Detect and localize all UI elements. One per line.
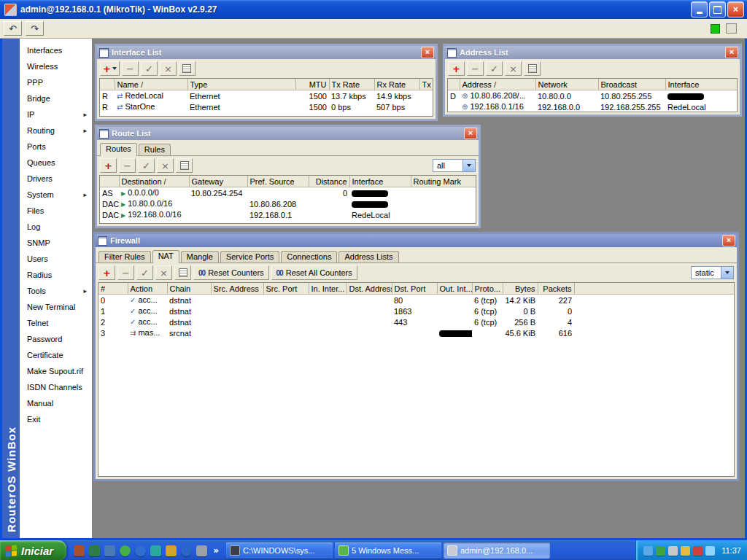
- quicklaunch-icon-7[interactable]: [166, 545, 177, 556]
- sidebar-item-ppp[interactable]: PPP: [20, 74, 92, 90]
- close-icon[interactable]: ×: [464, 128, 477, 139]
- column-header-src-port[interactable]: Src. Port: [263, 283, 309, 295]
- comment-button[interactable]: [174, 265, 191, 280]
- column-header-packets[interactable]: Packets: [538, 283, 574, 295]
- table-row[interactable]: 192.168.0.1/16192.168.0.0192.168.255.255…: [448, 101, 737, 112]
- redo-button[interactable]: ↷: [26, 21, 44, 36]
- sidebar-item-manual[interactable]: Manual: [20, 395, 92, 411]
- column-header-routing-mark[interactable]: Routing Mark: [411, 176, 476, 187]
- table-row[interactable]: RRedeLocalEthernet150013.7 kbps14.9 kbps: [100, 90, 433, 102]
- quicklaunch-icon-1[interactable]: [74, 545, 85, 556]
- column-header-mtu[interactable]: MTU: [295, 79, 329, 90]
- tab-routes[interactable]: Routes: [100, 143, 137, 156]
- remove-button[interactable]: −: [467, 61, 484, 76]
- disable-button[interactable]: ×: [160, 61, 177, 76]
- remove-button[interactable]: −: [122, 61, 139, 76]
- column-header-src-address[interactable]: Src. Address: [211, 283, 263, 295]
- disable-button[interactable]: ×: [505, 61, 522, 76]
- sidebar-item-ports[interactable]: Ports: [20, 139, 92, 155]
- undo-button[interactable]: ↶: [4, 21, 22, 36]
- column-header-name[interactable]: Name: [115, 79, 187, 90]
- comment-button[interactable]: [176, 158, 193, 173]
- quicklaunch-icon-8[interactable]: [181, 545, 192, 556]
- sidebar-item-bridge[interactable]: Bridge: [20, 90, 92, 106]
- add-button[interactable]: +: [98, 265, 115, 280]
- sidebar-item-snmp[interactable]: SNMP: [20, 235, 92, 251]
- close-icon[interactable]: ×: [725, 47, 738, 58]
- sidebar-item-make-supout-rif[interactable]: Make Supout.rif: [20, 363, 92, 379]
- table-row[interactable]: DAC192.168.0.0/16192.168.0.1RedeLocal: [100, 209, 476, 220]
- quicklaunch-icon-4[interactable]: [120, 545, 131, 556]
- column-header-dst-address[interactable]: Dst. Address: [347, 283, 392, 295]
- table-row[interactable]: 1acc...dstnat18636 (tcp)0 B0: [98, 306, 734, 316]
- tab-address-lists[interactable]: Address Lists: [338, 251, 398, 262]
- column-header-tx-rate[interactable]: Tx Rate: [329, 79, 374, 90]
- sidebar-item-certificate[interactable]: Certificate: [20, 347, 92, 363]
- quicklaunch-icon-9[interactable]: [196, 545, 207, 556]
- column-header-action[interactable]: Action: [128, 283, 167, 295]
- quicklaunch-overflow-chevron[interactable]: »: [213, 545, 219, 556]
- nat-filter-dropdown[interactable]: static: [691, 266, 734, 279]
- route-list-titlebar[interactable]: Route List ×: [97, 127, 479, 140]
- sidebar-item-interfaces[interactable]: Interfaces: [20, 42, 92, 58]
- quicklaunch-icon-6[interactable]: [150, 545, 161, 556]
- column-header-destination[interactable]: Destination: [119, 176, 189, 187]
- column-header-out-int[interactable]: Out. Int...: [437, 283, 472, 295]
- add-button[interactable]: +: [448, 61, 465, 76]
- tab-service-ports[interactable]: Service Ports: [220, 251, 279, 262]
- comment-button[interactable]: [179, 61, 196, 76]
- column-header-pref-source[interactable]: Pref. Source: [247, 176, 309, 187]
- sidebar-item-system[interactable]: System▸: [20, 187, 92, 203]
- column-header-in-inter[interactable]: In. Inter...: [309, 283, 347, 295]
- column-header-dst-port[interactable]: Dst. Port: [392, 283, 437, 295]
- tray-icon-4[interactable]: [681, 546, 690, 556]
- firewall-titlebar[interactable]: Firewall ×: [96, 234, 737, 247]
- add-button[interactable]: +: [100, 158, 117, 173]
- sidebar-item-telnet[interactable]: Telnet: [20, 315, 92, 331]
- quicklaunch-icon-3[interactable]: [104, 545, 115, 556]
- tab-filter-rules[interactable]: Filter Rules: [98, 251, 151, 262]
- taskbar-task-button[interactable]: admin@192.168.0...: [444, 542, 550, 559]
- column-header-tx-p[interactable]: Tx P: [419, 79, 433, 90]
- interface-list-titlebar[interactable]: Interface List ×: [97, 46, 436, 59]
- start-button[interactable]: Iniciar: [0, 540, 66, 560]
- sidebar-item-wireless[interactable]: Wireless: [20, 58, 92, 74]
- comment-button[interactable]: [524, 61, 541, 76]
- tray-icon-1[interactable]: [643, 546, 653, 556]
- close-icon[interactable]: ×: [722, 235, 735, 246]
- disable-button[interactable]: ×: [155, 265, 172, 280]
- close-icon[interactable]: ×: [421, 47, 434, 58]
- add-button[interactable]: +: [100, 61, 120, 76]
- column-header-interface[interactable]: Interface: [349, 176, 411, 187]
- enable-button[interactable]: ✓: [141, 61, 158, 76]
- column-header-blank[interactable]: #: [98, 283, 128, 295]
- tray-icon-3[interactable]: [668, 546, 678, 556]
- table-row[interactable]: 2acc...dstnat4436 (tcp)256 B4: [98, 316, 734, 327]
- sidebar-item-isdn-channels[interactable]: ISDN Channels: [20, 379, 92, 395]
- enable-button[interactable]: ✓: [138, 158, 155, 173]
- column-header-broadcast[interactable]: Broadcast: [598, 79, 665, 90]
- table-row[interactable]: D10.80.86.208/...10.80.0.010.80.255.255: [448, 90, 737, 102]
- reset-all-counters-button[interactable]: 00Reset All Counters: [271, 265, 357, 280]
- column-header-chain[interactable]: Chain: [167, 283, 211, 295]
- sidebar-item-radius[interactable]: Radius: [20, 267, 92, 283]
- maximize-button[interactable]: [709, 1, 726, 18]
- remove-button[interactable]: −: [119, 158, 136, 173]
- column-header-rx-rate[interactable]: Rx Rate: [374, 79, 419, 90]
- sidebar-item-exit[interactable]: Exit: [20, 411, 92, 427]
- sidebar-item-files[interactable]: Files: [20, 203, 92, 219]
- tab-connections[interactable]: Connections: [281, 251, 337, 262]
- column-header-proto[interactable]: Proto...: [472, 283, 503, 295]
- column-header-type[interactable]: Type: [187, 79, 295, 90]
- column-header-bytes[interactable]: Bytes: [503, 283, 538, 295]
- column-header-network[interactable]: Network: [535, 79, 598, 90]
- quicklaunch-icon-5[interactable]: [135, 545, 146, 556]
- enable-button[interactable]: ✓: [486, 61, 503, 76]
- tab-mangle[interactable]: Mangle: [181, 251, 219, 262]
- column-header-distance[interactable]: Distance: [309, 176, 349, 187]
- minimize-button[interactable]: [691, 1, 708, 18]
- route-filter-dropdown[interactable]: all: [433, 159, 476, 172]
- app-titlebar[interactable]: admin@192.168.0.1 (MikroTik) - WinBox v2…: [0, 0, 747, 19]
- sidebar-item-routing[interactable]: Routing▸: [20, 122, 92, 139]
- tray-icon-2[interactable]: [656, 546, 665, 556]
